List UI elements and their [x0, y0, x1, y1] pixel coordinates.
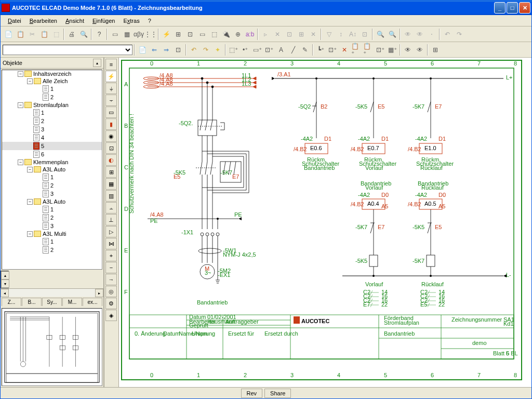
cut-icon[interactable]: ✂ [26, 29, 38, 40]
find-icon[interactable]: 👁 [402, 29, 414, 40]
vtool-coil-icon[interactable]: ▭ [105, 107, 117, 118]
tree-page[interactable]: 2 [50, 94, 54, 100]
tree-klemmen[interactable]: Klemmenplan [33, 159, 68, 165]
tab-m[interactable]: M... [62, 298, 82, 306]
m5-icon[interactable]: A [275, 44, 287, 56]
menu-help[interactable]: ? [144, 17, 155, 25]
nav4-icon[interactable]: ⊡ [172, 44, 184, 56]
new-icon[interactable]: 📄 [3, 29, 14, 40]
te-icon[interactable]: ✕ [308, 29, 319, 40]
tree-page[interactable]: 3 [50, 191, 54, 197]
binoc2-icon[interactable]: 👁 [414, 44, 425, 56]
maximize-button[interactable]: □ [507, 2, 518, 14]
nav-fwd-icon[interactable]: ⇒ [161, 44, 172, 56]
window-icon[interactable]: ▭ [109, 29, 121, 40]
tool4-icon[interactable]: ▭ [196, 29, 208, 40]
tool1-icon[interactable]: ⚡ [161, 29, 172, 40]
text-icon[interactable]: αβγ [133, 29, 144, 40]
vtool-plc-icon[interactable]: ▦ [105, 178, 117, 190]
tree-a3lmulti[interactable]: A3L Multi [43, 231, 66, 237]
print-preview-icon[interactable]: 🔍 [78, 29, 89, 40]
undo2-icon[interactable]: ↶ [188, 44, 200, 56]
tree-hscroll-left[interactable]: ◂ [1, 289, 9, 297]
e1-icon[interactable]: ┗⁺ [315, 44, 326, 56]
vtool-diode-icon[interactable]: ▷ [105, 226, 117, 237]
tree-page[interactable]: 1 [50, 86, 54, 92]
m4-icon[interactable]: ⊡⁺ [263, 44, 275, 56]
e3-icon[interactable]: ✕ [339, 44, 350, 56]
m2-icon[interactable]: •⁺ [240, 44, 251, 56]
tree-allezeich[interactable]: Alle Zeich [43, 78, 68, 84]
paste-icon[interactable]: 📋 [38, 29, 50, 40]
filter-icon[interactable]: ▽ [323, 29, 335, 40]
sort3-icon[interactable]: ⊡ [359, 29, 370, 40]
vtool-res-icon[interactable]: ⫠ [105, 202, 117, 214]
tool-icon[interactable]: ⬚ [50, 29, 62, 40]
vtool-target-icon[interactable]: ◎ [105, 286, 117, 297]
vtool-layers-icon[interactable]: ≡ [105, 59, 117, 70]
sort-icon[interactable]: ↕ [335, 29, 347, 40]
tab-b[interactable]: B... [22, 298, 42, 306]
tool7-icon[interactable]: ⊕ [232, 29, 244, 40]
tree-page[interactable]: 2 [50, 182, 54, 189]
tree-hscroll-right[interactable]: ▸ [95, 289, 103, 297]
m7-icon[interactable]: ✎ [299, 44, 311, 56]
menu-datei[interactable]: Datei [4, 17, 25, 25]
object-tree[interactable]: −Inhaltsverzeich −Alle Zeich 1 2 −Stroml… [2, 70, 102, 270]
print-icon[interactable]: 🖨 [66, 29, 77, 40]
copy-icon[interactable]: 📋 [15, 29, 26, 40]
status-share-button[interactable]: Share [264, 389, 291, 398]
vtool-gear-icon[interactable]: ⚙ [105, 298, 117, 309]
tree-scroll-down[interactable]: ▾ [1, 280, 9, 288]
tool2-icon[interactable]: ⊞ [172, 29, 184, 40]
tab-z[interactable]: Z... [2, 298, 21, 306]
tab-ex[interactable]: ex... [83, 298, 102, 306]
m1-icon[interactable]: ⬚⁺ [228, 44, 239, 56]
grid-icon[interactable]: ⊞ [430, 44, 441, 56]
tool8-icon[interactable]: a:b [244, 29, 256, 40]
m3-icon[interactable]: ▭⁺ [251, 44, 263, 56]
drawing-canvas[interactable]: 012 345 678 ABC DEF Schutzvermerk nach D… [119, 58, 531, 387]
highlight-icon[interactable]: ✦ [212, 44, 223, 56]
tree-page[interactable]: 1 [41, 110, 44, 116]
tree-scroll-up[interactable]: ▴ [1, 271, 9, 280]
vtool-minus-icon[interactable]: − [105, 262, 117, 273]
ta-icon[interactable]: ▹ [260, 29, 271, 40]
tb-icon[interactable]: ✕ [272, 29, 283, 40]
find3-icon[interactable]: ⋅ [426, 29, 437, 40]
tab-sy[interactable]: Sy... [42, 298, 62, 306]
td-icon[interactable]: ⊞ [296, 29, 307, 40]
vtool-more-icon[interactable]: ◈ [105, 310, 117, 321]
vtool-switch-icon[interactable]: ⚡ [105, 71, 117, 82]
zoomin-icon[interactable]: 🔍 [375, 29, 386, 40]
redo2-icon[interactable]: ↷ [200, 44, 211, 56]
tc-icon[interactable]: ⊡ [284, 29, 295, 40]
tree-page[interactable]: 1 [50, 174, 54, 180]
tool5-icon[interactable]: ⬚ [208, 29, 220, 40]
tree-page[interactable]: 1 [50, 238, 54, 245]
nav1-icon[interactable]: 📄 [137, 44, 148, 56]
tree-page[interactable]: 4 [41, 135, 44, 141]
tree-stromlauf[interactable]: Stromlaufplan [33, 102, 69, 108]
e4-icon[interactable]: 📋⁺ [351, 44, 362, 56]
tree-page[interactable]: 2 [41, 118, 44, 124]
vtool-lamp-icon[interactable]: ◉ [105, 130, 117, 142]
combo-selector[interactable] [3, 45, 132, 55]
vtool-contact-icon[interactable]: ⫟ [105, 95, 117, 106]
tree-page-active[interactable]: 5 [41, 143, 44, 149]
vtool-arrow-icon[interactable]: → [105, 274, 117, 285]
menu-einfugen[interactable]: Einfügen [88, 17, 119, 25]
vtool-term-icon[interactable]: ⊡ [105, 142, 117, 154]
tree-page[interactable]: 2 [50, 215, 54, 221]
nav-back-icon[interactable]: ⇐ [149, 44, 160, 56]
status-rev-button[interactable]: Rev [241, 389, 263, 398]
menu-bearbeiten[interactable]: Bearbeiten [25, 17, 61, 25]
find2-icon[interactable]: 👁 [414, 29, 425, 40]
vtool-diag-icon[interactable]: ▥ [105, 190, 117, 202]
binoc1-icon[interactable]: 👁 [402, 44, 414, 56]
tree-a3lauto[interactable]: A3L Auto [43, 166, 65, 172]
menu-ansicht[interactable]: Ansicht [61, 17, 88, 25]
e7-icon[interactable]: ▦⁺ [387, 44, 398, 56]
tree-a3lauto2[interactable]: A3L Auto [43, 198, 65, 205]
multi-window-icon[interactable]: ▦ [121, 29, 132, 40]
